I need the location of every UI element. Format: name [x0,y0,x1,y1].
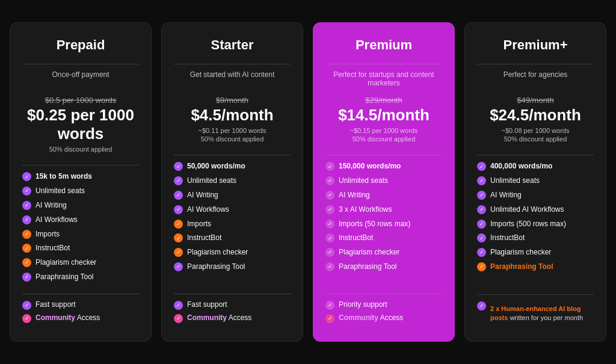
feature-item: ✓Plagiarism checker [174,247,291,258]
check-icon: ✓ [477,262,486,271]
features-list: ✓400,000 words/mo✓Unlimited seats✓AI Wri… [477,161,594,287]
original-price: $9/month [174,96,291,105]
feature-item: ✓Unlimited seats [477,176,594,186]
feature-text: Plagiarism checker [490,247,551,258]
check-icon: ✓ [477,191,486,200]
feature-item: ✓50,000 words/mo [174,161,291,171]
feature-item: ✓AI Workflows [22,215,139,225]
feature-text: AI Workflows [187,205,229,215]
feature-item: ✓AI Writing [22,200,139,211]
features-list: ✓15k to 5m words✓Unlimited seats✓AI Writ… [22,171,139,286]
support-section: ✓Priority support✓Community Access [325,294,442,327]
feature-item: ✓Paraphrasing Tool [174,262,291,272]
check-icon: ✓ [174,205,183,214]
check-icon: ✓ [325,220,334,229]
feature-text: Imports (500 rows max) [490,219,566,229]
current-price: $0.25 per 1000 words [22,106,139,143]
support-text: Community Access [339,313,403,322]
support-text: Fast support [35,300,76,309]
support-text: Fast support [187,300,227,309]
price-per-word: ~$0.11 per 1000 words [174,127,291,134]
feature-item: ✓150,000 words/mo [325,161,442,171]
feature-item: ✓AI Writing [477,190,594,200]
price-per-word: ~$0.08 per 1000 words [477,127,594,134]
check-icon: ✓ [174,191,183,200]
feature-text: Paraphrasing Tool [339,262,397,272]
feature-text: Imports [35,229,60,239]
check-icon: ✓ [174,248,183,257]
feature-text: 400,000 words/mo [490,161,552,171]
feature-text: 150,000 words/mo [339,161,401,171]
section-divider [174,155,291,155]
feature-item: ✓InstructBot [325,233,442,243]
check-icon: ✓ [22,244,31,253]
check-icon: ✓ [22,201,31,210]
check-icon: ✓ [174,233,183,242]
check-icon: ✓ [174,262,183,271]
feature-text: Imports [187,219,211,229]
check-icon: ✓ [22,273,31,282]
check-icon: ✓ [22,258,31,267]
feature-item: ✓Paraphrasing Tool [325,262,442,272]
check-icon: ✓ [325,162,334,171]
current-price: $4.5/month [174,106,291,125]
feature-text: Paraphrasing Tool [187,262,245,272]
support-text: Community Access [187,313,251,322]
check-icon: ✓ [174,314,183,323]
check-icon: ✓ [325,301,334,310]
feature-text: 50,000 words/mo [187,161,245,171]
feature-text: InstructBot [490,233,525,243]
section-divider [477,155,594,155]
original-price: $0.5 per 1000 words [22,96,139,105]
feature-item: ✓Unlimited AI Workflows [477,205,594,215]
pricing-grid: PrepaidOnce-off payment$0.5 per 1000 wor… [10,22,606,341]
support-text: Priority support [339,300,387,309]
check-icon: ✓ [174,162,183,171]
support-section: ✓Fast support✓Community Access [174,294,291,327]
feature-text: AI Writing [339,190,370,200]
support-item: ✓Community Access [22,313,139,323]
original-price: $49/month [477,96,594,105]
feature-text: Paraphrasing Tool [490,262,553,272]
feature-item: ✓Plagiarism checker [22,258,139,268]
feature-text: InstructBot [187,233,221,243]
card-subtitle: Perfect for startups and content markete… [325,70,442,90]
price-per-word: ~$0.15 per 1000 words [325,127,442,134]
feature-text: 15k to 5m words [35,171,92,182]
feature-item: ✓Paraphrasing Tool [22,272,139,282]
feature-item: ✓15k to 5m words [22,171,139,182]
support-section: ✓2 x Human-enhanced AI blog posts writte… [477,294,594,327]
feature-item: ✓Paraphrasing Tool [477,262,594,272]
check-icon: ✓ [22,215,31,224]
current-price: $14.5/month [325,106,442,125]
feature-text: Plagiarism checker [339,247,399,258]
current-price: $24.5/month [477,106,594,125]
pricing-card-prepaid: PrepaidOnce-off payment$0.5 per 1000 wor… [10,22,152,341]
feature-item: ✓InstructBot [22,243,139,253]
pricing-card-premium: PremiumPerfect for startups and content … [313,22,455,341]
feature-item: ✓3 x AI Workflows [325,205,442,215]
check-icon: ✓ [325,176,334,185]
features-list: ✓50,000 words/mo✓Unlimited seats✓AI Writ… [174,161,291,286]
feature-item: ✓Imports [22,229,139,239]
discount-badge: 50% discount applied [325,135,442,143]
support-item: ✓Priority support [325,300,442,310]
support-item: ✓Fast support [22,300,139,310]
feature-text: Unlimited seats [35,186,85,196]
check-icon: ✓ [22,301,31,310]
section-divider [22,165,139,165]
feature-text: Plagiarism checker [35,258,96,268]
discount-badge: 50% discount applied [22,146,139,153]
feature-item: ✓Imports (50 rows max) [325,219,442,229]
divider [477,64,594,64]
support-item: ✓Community Access [325,313,442,323]
divider [22,64,139,64]
check-icon: ✓ [477,205,486,214]
feature-item: ✓AI Writing [325,190,442,200]
check-icon: ✓ [477,233,486,242]
feature-text: InstructBot [35,243,70,253]
feature-item: ✓Unlimited seats [22,186,139,196]
support-text: Community Access [35,313,100,322]
check-icon: ✓ [477,162,486,171]
card-title: Premium+ [477,37,594,53]
